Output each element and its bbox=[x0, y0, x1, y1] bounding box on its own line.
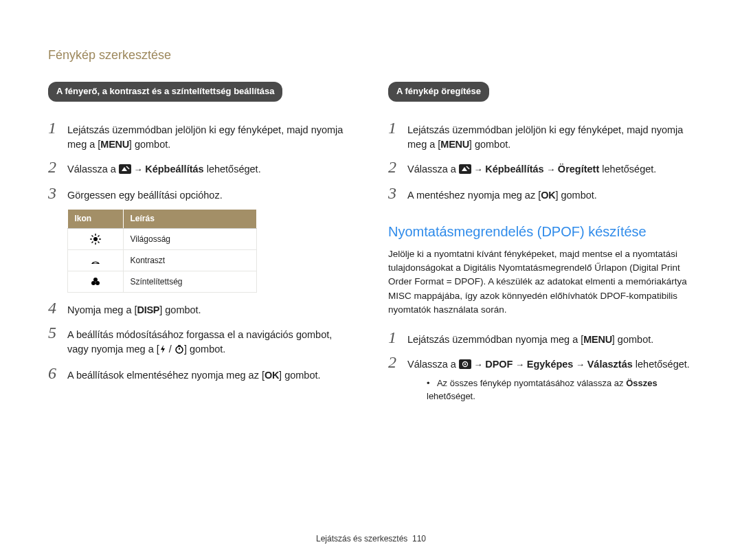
svg-point-13 bbox=[91, 281, 95, 285]
edit-icon bbox=[119, 164, 131, 178]
arrow-icon: → bbox=[471, 359, 485, 370]
left-step-4: Nyomja meg a [DISP] gombot. bbox=[48, 300, 354, 317]
svg-point-14 bbox=[95, 281, 100, 285]
text: Válassza a bbox=[407, 359, 459, 370]
arrow-icon: → bbox=[513, 359, 526, 370]
svg-point-1 bbox=[93, 237, 98, 241]
contrast-icon: RCB bbox=[68, 250, 124, 271]
text: lehetőséget. bbox=[599, 164, 656, 175]
svg-text:RCB: RCB bbox=[93, 262, 98, 265]
svg-point-12 bbox=[93, 278, 98, 282]
timer-icon bbox=[175, 344, 184, 358]
arrow-icon: → bbox=[573, 359, 587, 370]
disp-button-label: DISP bbox=[137, 304, 160, 315]
text: Nyomja meg a [ bbox=[67, 304, 137, 315]
svg-line-8 bbox=[98, 236, 99, 237]
bullet-icon: • bbox=[427, 377, 435, 390]
settings-icon bbox=[459, 359, 471, 373]
table-row: Világosság bbox=[68, 229, 257, 250]
menu-button-label: MENU bbox=[583, 334, 612, 345]
text: Válassza a bbox=[67, 164, 119, 175]
left-step-5: A beállítás módosításához forgassa el a … bbox=[48, 324, 354, 358]
left-section-header: A fényerő, a kontraszt és a színtelített… bbox=[48, 82, 282, 102]
right-step-3: A mentéshez nyomja meg az [OK] gombot. bbox=[388, 185, 694, 203]
text: ] gombot. bbox=[469, 139, 510, 150]
cell-label: Kontraszt bbox=[123, 250, 256, 271]
page-title: Fénykép szerkesztése bbox=[48, 48, 694, 63]
menu-button-label: MENU bbox=[100, 139, 129, 150]
saturation-icon bbox=[68, 271, 124, 293]
text-bold: Összes bbox=[626, 378, 657, 388]
cell-label: Színtelítettség bbox=[123, 271, 256, 293]
right-column: A fénykép öregítése Lejátszás üzemmódban… bbox=[388, 82, 694, 410]
text-bold: Képbeállítás bbox=[145, 164, 203, 175]
text-bold: DPOF bbox=[485, 359, 513, 370]
text: lehetőséget. bbox=[427, 391, 475, 401]
text: A beállítások elmentéséhez nyomja meg az… bbox=[67, 370, 265, 381]
text: lehetőséget. bbox=[204, 164, 261, 175]
content-columns: A fényerő, a kontraszt és a színtelített… bbox=[48, 82, 694, 410]
left-steps-cont: Nyomja meg a [DISP] gombot. A beállítás … bbox=[48, 300, 354, 383]
page-number: 110 bbox=[412, 534, 426, 544]
page-footer: Lejátszás és szerkesztés 110 bbox=[0, 534, 742, 544]
text: ] gombot. bbox=[555, 190, 596, 201]
cell-label: Világosság bbox=[123, 229, 256, 250]
arrow-icon: → bbox=[131, 164, 145, 175]
text: ] gombot. bbox=[279, 370, 320, 381]
dpof-step-1: Lejátszás üzemmódban nyomja meg a [MENU]… bbox=[388, 329, 694, 347]
left-column: A fényerő, a kontraszt és a színtelített… bbox=[48, 82, 354, 410]
dpof-note: • Az összes fénykép nyomtatásához válass… bbox=[427, 377, 694, 403]
text: ] gombot. bbox=[129, 139, 170, 150]
arrow-icon: → bbox=[544, 164, 558, 175]
text: ] gombot. bbox=[159, 304, 201, 315]
left-step-6: A beállítások elmentéséhez nyomja meg az… bbox=[48, 365, 354, 383]
text: ] gombot. bbox=[184, 344, 225, 355]
arrow-icon: → bbox=[471, 164, 485, 175]
table-row: Színtelítettség bbox=[68, 271, 257, 293]
menu-button-label: MENU bbox=[440, 139, 469, 150]
right-steps-a: Lejátszás üzemmódban jelöljön ki egy fén… bbox=[388, 120, 694, 203]
ok-button-label: OK bbox=[265, 370, 279, 381]
text: Válassza a bbox=[407, 164, 459, 175]
left-step-2: Válassza a → Képbeállítás lehetőséget. bbox=[48, 159, 354, 178]
text-bold: Öregített bbox=[558, 164, 599, 175]
left-step-3: Görgessen egy beállítási opcióhoz. bbox=[48, 185, 354, 203]
text: Lejátszás üzemmódban nyomja meg a [ bbox=[407, 334, 583, 345]
right-step-1: Lejátszás üzemmódban jelöljön ki egy fén… bbox=[388, 120, 694, 152]
left-steps: Lejátszás üzemmódban jelöljön ki egy fén… bbox=[48, 120, 354, 203]
text-bold: Választás bbox=[587, 359, 633, 370]
text-bold: Képbeállítás bbox=[485, 164, 543, 175]
svg-point-21 bbox=[464, 363, 466, 365]
svg-line-9 bbox=[91, 242, 93, 243]
flash-icon bbox=[159, 344, 166, 358]
text: lehetőséget. bbox=[636, 359, 690, 370]
th-icon: Ikon bbox=[68, 210, 124, 229]
text: ] gombot. bbox=[612, 334, 653, 345]
text-bold: Egyképes bbox=[527, 359, 574, 370]
right-steps-b: Lejátszás üzemmódban nyomja meg a [MENU]… bbox=[388, 329, 694, 403]
dpof-step-2: Válassza a → DPOF → Egyképes → Választás… bbox=[388, 354, 694, 403]
table-row: RCB Kontraszt bbox=[68, 250, 257, 271]
svg-line-7 bbox=[98, 242, 99, 243]
right-section-header: A fénykép öregítése bbox=[388, 82, 489, 102]
edit-icon bbox=[459, 164, 471, 178]
right-step-2: Válassza a → Képbeállítás → Öregített le… bbox=[388, 159, 694, 178]
th-desc: Leírás bbox=[123, 210, 256, 229]
dpof-paragraph: Jelölje ki a nyomtatni kívánt fényképeke… bbox=[388, 247, 694, 317]
icon-table: Ikon Leírás Világosság RCB bbox=[67, 210, 257, 293]
left-step-1: Lejátszás üzemmódban jelöljön ki egy fén… bbox=[48, 120, 354, 152]
text: Görgessen egy beállítási opcióhoz. bbox=[67, 188, 354, 203]
brightness-icon bbox=[68, 229, 124, 250]
dpof-heading: Nyomtatásmegrendelés (DPOF) készítése bbox=[388, 222, 694, 242]
footer-text: Lejátszás és szerkesztés bbox=[316, 534, 407, 544]
svg-line-6 bbox=[91, 236, 93, 237]
text: Az összes fénykép nyomtatásához válassza… bbox=[437, 378, 626, 388]
ok-button-label: OK bbox=[541, 190, 555, 201]
text: A mentéshez nyomja meg az [ bbox=[407, 190, 541, 201]
